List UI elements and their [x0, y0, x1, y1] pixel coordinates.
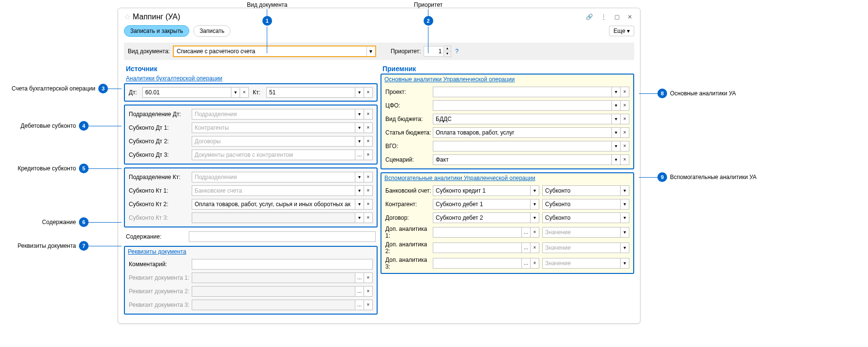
- clear-icon[interactable]: ×: [621, 100, 629, 111]
- dropdown-icon[interactable]: ▾: [612, 154, 621, 165]
- vgo-input[interactable]: [433, 141, 612, 151]
- dropdown-icon[interactable]: ▾: [612, 141, 621, 151]
- favorite-star-icon[interactable]: ☆: [124, 12, 131, 21]
- save-button[interactable]: Записать: [193, 25, 230, 37]
- spinner-up-icon[interactable]: ▴: [444, 46, 451, 51]
- callout-2-text: Приоритет: [414, 1, 442, 8]
- dropdown-icon[interactable]: ▾: [612, 114, 621, 124]
- content-row: Содержание:: [126, 231, 376, 242]
- credit-s2-input[interactable]: [192, 199, 355, 210]
- clear-icon[interactable]: ×: [364, 109, 373, 120]
- clear-icon[interactable]: ×: [364, 185, 373, 196]
- source-column: Источник Аналитики бухгалтерской операци…: [124, 65, 378, 317]
- dropdown-icon[interactable]: ▾: [355, 185, 364, 196]
- bank-value-input[interactable]: [433, 185, 531, 196]
- budget-type-input[interactable]: [433, 114, 612, 124]
- dropdown-icon[interactable]: ▾: [231, 87, 240, 98]
- dropdown-icon[interactable]: ▾: [355, 109, 364, 120]
- callout-9: 9 Вспомогательные аналитики УА: [639, 172, 757, 182]
- dropdown-icon[interactable]: ▾: [355, 87, 364, 98]
- content-input[interactable]: [189, 231, 376, 242]
- toolbar: Записать и закрыть Записать Еще ▾: [124, 25, 634, 37]
- dropdown-icon[interactable]: ▾: [531, 199, 539, 210]
- clear-icon[interactable]: ×: [621, 87, 629, 97]
- credit-s1-input[interactable]: [192, 185, 355, 196]
- clear-icon[interactable]: ×: [364, 199, 373, 210]
- clear-icon[interactable]: ×: [364, 150, 373, 160]
- dropdown-icon[interactable]: ▾: [621, 227, 629, 238]
- clear-icon[interactable]: ×: [531, 227, 539, 238]
- req3-label: Реквизит документа 3:: [129, 302, 192, 308]
- comment-input[interactable]: [192, 259, 373, 270]
- a1-value-input[interactable]: [433, 227, 522, 238]
- dropdown-icon[interactable]: ▾: [612, 87, 621, 97]
- dropdown-icon[interactable]: ▾: [621, 212, 629, 223]
- save-and-close-button[interactable]: Записать и закрыть: [124, 25, 189, 37]
- more-button[interactable]: Еще ▾: [609, 26, 634, 36]
- clear-icon[interactable]: ×: [531, 258, 539, 269]
- link-icon[interactable]: 🔗: [584, 13, 595, 21]
- scenario-input[interactable]: [433, 154, 612, 165]
- dropdown-icon[interactable]: ▾: [355, 136, 364, 147]
- credit-div-input[interactable]: [192, 172, 355, 182]
- dropdown-icon[interactable]: ▾: [621, 199, 629, 210]
- clear-icon[interactable]: ×: [364, 122, 373, 133]
- help-icon[interactable]: ?: [455, 48, 458, 55]
- clear-icon[interactable]: ×: [364, 136, 373, 147]
- clear-icon[interactable]: ×: [621, 141, 629, 151]
- dropdown-icon[interactable]: ▾: [612, 100, 621, 111]
- contract-value-input[interactable]: [433, 212, 531, 223]
- dropdown-icon[interactable]: ▾: [621, 185, 629, 196]
- debit-s2-input[interactable]: [192, 136, 355, 147]
- a3-type-input[interactable]: [542, 258, 621, 269]
- ellipsis-icon: …: [355, 286, 364, 297]
- maximize-icon[interactable]: ▢: [612, 13, 622, 21]
- callout-8-bubble: 8: [657, 89, 667, 98]
- debit-s3-input[interactable]: [192, 150, 355, 160]
- debit-div-input[interactable]: [192, 109, 355, 120]
- ellipsis-icon[interactable]: …: [522, 242, 531, 253]
- callout-5: Кредитовые субконто 5: [1, 164, 122, 173]
- clear-icon[interactable]: ×: [621, 114, 629, 124]
- clear-icon[interactable]: ×: [621, 154, 629, 165]
- cfo-input[interactable]: [433, 100, 612, 111]
- dropdown-icon[interactable]: ▾: [531, 212, 539, 223]
- dropdown-icon[interactable]: ▾: [621, 258, 629, 269]
- ellipsis-icon[interactable]: …: [522, 227, 531, 238]
- dropdown-icon[interactable]: ▾: [355, 172, 364, 182]
- clear-icon[interactable]: ×: [364, 87, 373, 98]
- dropdown-icon[interactable]: ▾: [355, 122, 364, 133]
- kebab-menu-icon[interactable]: ⋮: [599, 13, 609, 21]
- project-input[interactable]: [433, 87, 612, 97]
- budget-item-input[interactable]: [433, 127, 612, 138]
- spinner-down-icon[interactable]: ▾: [444, 51, 451, 57]
- clear-icon: ×: [364, 272, 373, 283]
- debit-subkonto-group: Подразделение Дт: ▾× Субконто Дт 1: ▾× С…: [124, 105, 378, 165]
- clear-icon[interactable]: ×: [364, 172, 373, 182]
- contractor-value-input[interactable]: [433, 199, 531, 210]
- a2-value-input[interactable]: [433, 242, 522, 253]
- clear-icon[interactable]: ×: [531, 242, 539, 253]
- contract-type-input[interactable]: [542, 212, 621, 223]
- kt-account-input[interactable]: [266, 87, 355, 98]
- a1-label: Доп. аналитика 1:: [385, 226, 433, 239]
- doc-type-dropdown-icon[interactable]: ▾: [366, 46, 375, 56]
- dropdown-icon[interactable]: ▾: [621, 242, 629, 253]
- dt-account-input[interactable]: [142, 87, 231, 98]
- contractor-type-input[interactable]: [542, 199, 621, 210]
- close-icon[interactable]: ✕: [625, 13, 634, 21]
- a1-type-input[interactable]: [542, 227, 621, 238]
- ellipsis-icon[interactable]: …: [522, 258, 531, 269]
- clear-icon[interactable]: ×: [240, 87, 249, 98]
- debit-s1-input[interactable]: [192, 122, 355, 133]
- ellipsis-icon[interactable]: …: [355, 150, 364, 160]
- a3-value-input[interactable]: [433, 258, 522, 269]
- dropdown-icon[interactable]: ▾: [355, 199, 364, 210]
- clear-icon[interactable]: ×: [621, 127, 629, 138]
- bank-type-input[interactable]: [542, 185, 621, 196]
- credit-s1-label: Субконто Кт 1:: [129, 187, 192, 194]
- dropdown-icon[interactable]: ▾: [612, 127, 621, 138]
- dropdown-icon[interactable]: ▾: [531, 185, 539, 196]
- a2-type-input[interactable]: [542, 242, 621, 253]
- vgo-label: ВГО:: [385, 143, 433, 150]
